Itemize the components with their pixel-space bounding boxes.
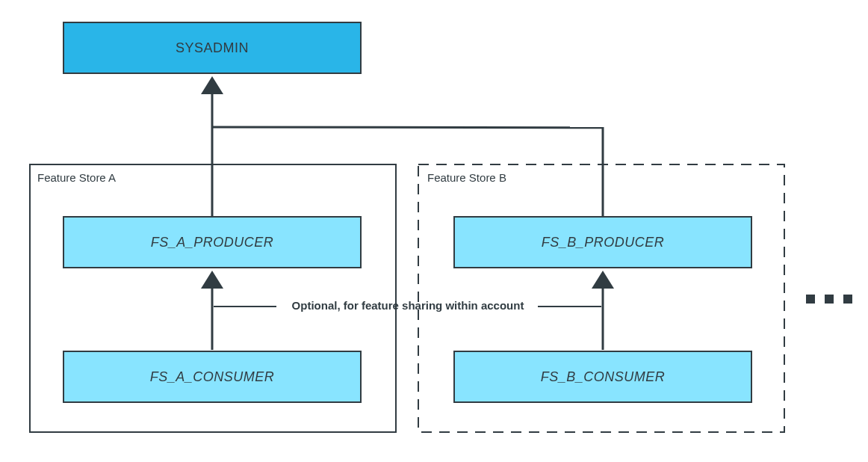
fs-a-consumer-node: FS_A_CONSUMER xyxy=(63,351,361,402)
svg-line-1 xyxy=(212,127,603,128)
ellipsis-icon xyxy=(806,295,852,304)
fs-a-producer-label: FS_A_PRODUCER xyxy=(151,235,274,250)
fs-b-producer-node: FS_B_PRODUCER xyxy=(454,217,751,268)
svg-rect-13 xyxy=(806,295,815,304)
feature-store-b-title: Feature Store B xyxy=(427,171,506,184)
architecture-diagram: SYSADMIN Feature Store A FS_A_PRODUCER F… xyxy=(0,0,868,462)
fs-a-producer-node: FS_A_PRODUCER xyxy=(63,217,361,268)
optional-sharing-connector: Optional, for feature sharing within acc… xyxy=(214,299,601,312)
fs-b-producer-label: FS_B_PRODUCER xyxy=(542,235,665,250)
feature-store-a-title: Feature Store A xyxy=(37,171,116,184)
optional-sharing-label: Optional, for feature sharing within acc… xyxy=(292,299,524,312)
sysadmin-node: SYSADMIN xyxy=(63,22,361,73)
svg-rect-15 xyxy=(843,295,852,304)
fs-a-consumer-label: FS_A_CONSUMER xyxy=(150,369,275,384)
sysadmin-label: SYSADMIN xyxy=(176,40,249,55)
fs-b-consumer-label: FS_B_CONSUMER xyxy=(541,369,666,384)
connector-producers-to-sysadmin xyxy=(212,81,603,217)
fs-b-consumer-node: FS_B_CONSUMER xyxy=(454,351,751,402)
svg-rect-14 xyxy=(825,295,834,304)
